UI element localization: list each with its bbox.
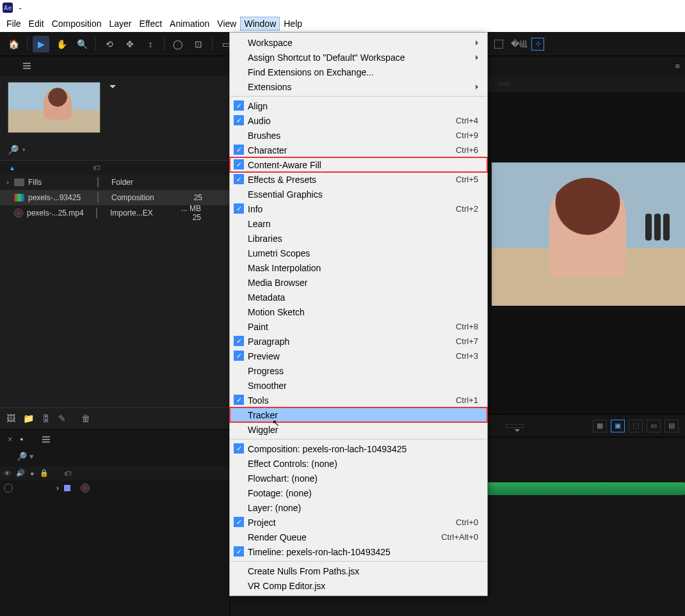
menu-window[interactable]: Window [240,17,280,31]
selection-tool-icon[interactable]: ▶ [33,36,49,52]
layer-tag[interactable] [64,485,70,491]
menu-item[interactable]: Media Browser [230,275,487,290]
snap-toggle-icon[interactable]: ⊹ [531,38,544,51]
menu-item[interactable]: CharacterCtrl+6 [230,143,487,157]
grid-guides-icon[interactable]: ▭ [647,420,661,432]
menu-item[interactable]: Mask Interpolation [230,260,487,275]
menu-item[interactable]: Lumetri Scopes [230,246,487,260]
menu-item[interactable]: Content-Aware Fill [230,157,487,172]
menu-file[interactable]: File [3,17,25,31]
menu-item-label: Content-Aware Fill [248,160,321,170]
menu-item[interactable]: Render QueueCtrl+Alt+0 [230,530,487,544]
project-item[interactable]: pexels-...25.mp4Importe...EX... MB 25 [0,205,230,221]
menu-item[interactable]: Footage: (none) [230,486,487,500]
breadcrumb-chip[interactable] [498,82,511,86]
menu-item[interactable]: Motion Sketch [230,304,487,319]
menu-edit[interactable]: Edit [25,17,48,31]
home-icon[interactable]: 🏠 [5,36,22,52]
layer-expand-icon[interactable]: › [56,484,59,493]
resolution-dropdown[interactable] [506,424,524,428]
new-comp-icon[interactable]: 🎛 [42,413,51,423]
anchor-tool-icon[interactable]: ⊡ [190,36,207,52]
menu-item[interactable]: ToolsCtrl+1 [230,393,487,407]
dolly-tool-icon[interactable]: ↕ [142,36,159,52]
hand-tool-icon[interactable]: ✋ [53,36,70,52]
menu-animation[interactable]: Animation [166,17,213,31]
snapping-checkbox[interactable] [494,40,503,49]
lock-col-icon[interactable]: 🔒 [40,469,49,477]
solo-col-icon[interactable]: ● [30,470,35,477]
menu-item[interactable]: Align [230,99,487,113]
interpret-footage-icon[interactable]: 🖼 [6,413,15,423]
menu-help[interactable]: Help [280,17,306,31]
menu-bar[interactable]: FileEditCompositionLayerEffectAnimationV… [0,15,685,32]
menu-item[interactable]: BrushesCtrl+9 [230,128,487,143]
menu-item[interactable]: ProjectCtrl+0 [230,515,487,530]
menu-item[interactable]: Find Extensions on Exchange... [230,65,487,79]
menu-composition[interactable]: Composition [48,17,106,31]
close-tab-icon[interactable]: × [8,434,13,444]
menu-item[interactable]: PreviewCtrl+3 [230,349,487,363]
search-caret-icon[interactable]: ▾ [22,146,26,153]
timeline-search-icon[interactable]: 🔎 ▾ [17,452,34,461]
channel-icon[interactable]: ▤ [665,420,679,432]
menu-layer[interactable]: Layer [106,17,136,31]
menu-view[interactable]: View [213,17,240,31]
menu-item[interactable]: Layer: (none) [230,500,487,515]
menu-item[interactable]: Smoother [230,378,487,393]
menu-item[interactable]: Wiggler [230,422,487,437]
caret-down-icon[interactable] [109,85,116,91]
menu-item[interactable]: Libraries [230,231,487,246]
trash-icon[interactable]: 🗑 [81,413,90,423]
panel-menu-icon[interactable]: ≡ [675,61,680,71]
region-of-interest-icon[interactable]: ⬚ [629,420,643,432]
transparency-grid-icon[interactable]: ▦ [593,420,607,432]
menu-item[interactable]: Workspace [230,35,487,50]
menu-item[interactable]: Assign Shortcut to "Default" Workspace [230,50,487,65]
menu-item[interactable]: Flowchart: (none) [230,471,487,486]
mask-visibility-icon[interactable]: ▣ [611,420,625,432]
search-input[interactable] [29,145,222,155]
item-tag[interactable] [97,193,99,203]
timeline-menu-icon[interactable] [42,436,50,443]
layer-visibility-icon[interactable] [4,484,13,493]
item-tag[interactable] [97,177,99,187]
menu-item[interactable]: Effect Controls: (none) [230,456,487,471]
menu-item[interactable]: Composition: pexels-ron-lach-10493425 [230,441,487,456]
menu-item[interactable]: Create Nulls From Paths.jsx [230,564,487,578]
zoom-tool-icon[interactable]: 🔍 [74,36,90,52]
audio-col-icon[interactable]: 🔊 [16,469,25,477]
orbit-tool-icon[interactable]: ⟲ [101,36,118,52]
item-tag[interactable] [96,208,97,218]
snapping-magnet-icon[interactable]: �磁 [511,38,528,50]
menu-item[interactable]: Learn [230,216,487,231]
project-item[interactable]: ›FillsFolder [0,175,230,190]
menu-item[interactable]: InfoCtrl+2 [230,201,487,216]
menu-item[interactable]: Progress [230,363,487,378]
tag-col-icon[interactable]: 🏷 [64,470,71,477]
project-settings-icon[interactable]: ✎ [58,413,66,423]
panel-menu-icon[interactable] [23,63,31,69]
project-item[interactable]: pexels-...93425Composition25 [0,190,230,205]
project-search[interactable]: 🔎 ▾ [0,139,230,161]
menu-item[interactable]: Extensions [230,79,487,94]
menu-effect[interactable]: Effect [136,17,166,31]
rotation-tool-icon[interactable]: ◯ [170,36,186,52]
menu-item[interactable]: Effects & PresetsCtrl+5 [230,172,487,187]
menu-item[interactable]: VR Comp Editor.jsx [230,578,487,593]
col-tag-icon[interactable]: 🏷 [93,164,107,171]
menu-item[interactable]: Tracker [230,407,487,422]
menu-item[interactable]: Timeline: pexels-ron-lach-10493425 [230,544,487,559]
layer-row[interactable]: › [0,480,230,496]
menu-item[interactable]: Essential Graphics [230,187,487,201]
eye-col-icon[interactable]: 👁 [4,470,11,477]
menu-item[interactable]: Metadata [230,290,487,304]
menu-item[interactable]: AudioCtrl+4 [230,113,487,128]
new-folder-icon[interactable]: 📁 [23,413,34,423]
menu-item[interactable]: ParagraphCtrl+7 [230,334,487,349]
asset-thumbnail[interactable] [8,82,101,133]
pan-tool-icon[interactable]: ✥ [122,36,138,52]
expand-icon[interactable]: › [6,178,14,187]
menu-item[interactable]: PaintCtrl+8 [230,319,487,334]
window-menu[interactable]: WorkspaceAssign Shortcut to "Default" Wo… [229,32,488,596]
